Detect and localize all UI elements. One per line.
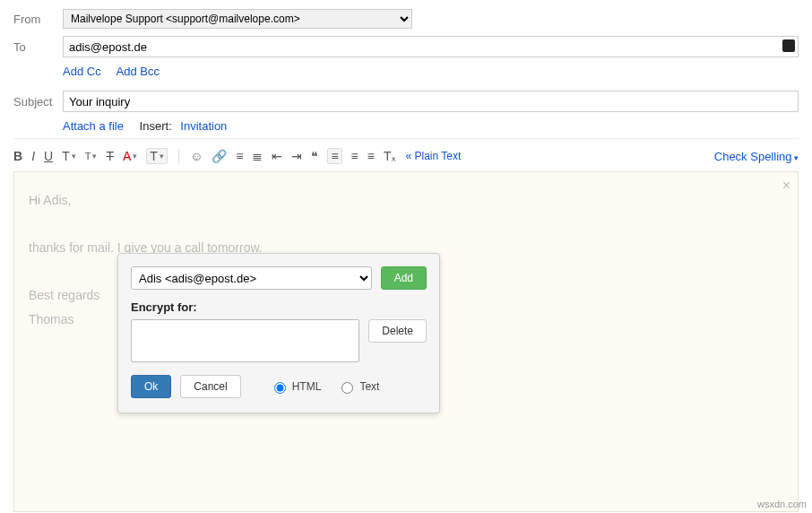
close-icon[interactable]: × [782,178,790,194]
from-select[interactable]: Mailvelope Support <support@mailvelope.c… [63,9,412,29]
attach-file-link[interactable]: Attach a file [63,119,124,133]
insert-label: Insert: [140,119,172,133]
check-spelling-button[interactable]: Check Spelling [714,150,799,163]
align-right-button[interactable]: ≡ [367,149,375,163]
font-family-button[interactable]: T [62,149,76,163]
encrypt-popup: Adis <adis@epost.de> Add Encrypt for: De… [117,253,440,413]
recipient-select[interactable]: Adis <adis@epost.de> [131,266,372,290]
unordered-list-button[interactable]: ≣ [252,149,263,163]
encryption-indicator-icon[interactable] [782,39,795,52]
strike-button[interactable]: T [106,149,114,163]
bold-button[interactable]: B [13,149,22,163]
plain-text-link[interactable]: Plain Text [405,150,461,162]
format-toolbar: B I U T T T A T ☺ 🔗 ≡ ≣ ⇤ ⇥ ❝ ≡ ≡ ≡ Tₓ P… [13,138,799,171]
to-input[interactable] [63,36,799,57]
delete-recipient-button[interactable]: Delete [368,319,427,343]
format-text-radio[interactable]: Text [337,379,379,394]
font-size-button[interactable]: T [85,151,98,161]
from-label: From [13,13,63,26]
quote-button[interactable]: ❝ [311,149,318,163]
link-button[interactable]: 🔗 [212,149,227,163]
format-html-radio[interactable]: HTML [270,379,322,394]
outdent-button[interactable]: ⇤ [272,149,282,163]
subject-input[interactable] [63,91,799,112]
ok-button[interactable]: Ok [131,375,171,398]
insert-invitation-link[interactable]: Invitation [180,119,227,133]
italic-button[interactable]: I [31,149,35,163]
ordered-list-button[interactable]: ≡ [236,149,243,163]
add-recipient-button[interactable]: Add [381,266,427,290]
toolbar-divider-icon [178,149,179,163]
cancel-button[interactable]: Cancel [180,375,240,398]
align-left-button[interactable]: ≡ [327,148,341,164]
add-cc-link[interactable]: Add Cc [63,65,101,78]
compose-editor[interactable]: × Hi Adis, thanks for mail. I give you a… [13,171,799,512]
add-bcc-link[interactable]: Add Bcc [117,65,160,78]
encrypt-for-list[interactable] [131,319,359,362]
encrypt-for-label: Encrypt for: [131,300,427,314]
clear-format-button[interactable]: Tₓ [384,149,397,163]
align-center-button[interactable]: ≡ [351,149,358,163]
indent-button[interactable]: ⇥ [291,149,302,163]
subject-label: Subject [13,95,63,109]
highlight-button[interactable]: T [146,148,168,164]
watermark: wsxdn.com [757,499,807,509]
underline-button[interactable]: U [44,149,53,163]
to-label: To [13,40,63,54]
emoji-button[interactable]: ☺ [190,149,203,163]
text-color-button[interactable]: A [123,149,137,163]
